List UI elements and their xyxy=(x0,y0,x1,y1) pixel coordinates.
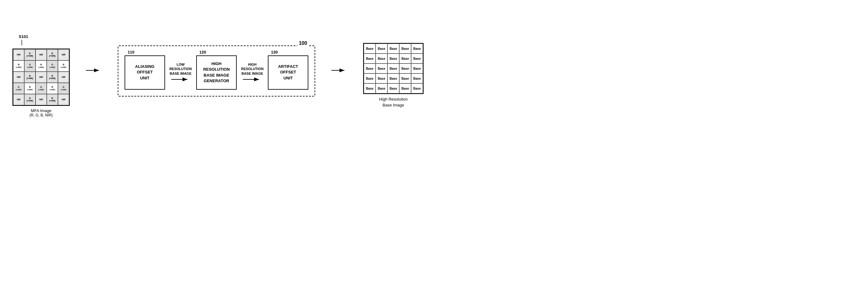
cell-nir-r5c3: NIR xyxy=(35,94,47,105)
cell-b-r5c4: B(+NIR) xyxy=(47,94,58,105)
flow-label-1: LOW RESOLUTION BASE IMAGE xyxy=(169,62,192,76)
mfa-grid: NIR B(+NIR) NIR B(+NIR) NIR R(+NIR) G(+N… xyxy=(12,48,70,106)
cell-r-r2c3: R(+NIR) xyxy=(35,60,47,72)
cell-r-r4c2: R(+NIR) xyxy=(24,83,35,94)
cell-r-r2c1: R(+NIR) xyxy=(13,60,24,72)
cell-b-r1c4: B(+NIR) xyxy=(47,49,58,60)
base-cell-r2c5: Base xyxy=(411,54,423,64)
base-caption: High Resolution Base Image xyxy=(379,97,408,108)
cell-b-r5c2: B(+NIR) xyxy=(24,94,35,105)
cell-g-r2c4: G(+NIR) xyxy=(47,60,58,72)
flow-label-2: HIGH RESOLUTION BASE IMAGE xyxy=(241,62,264,76)
s101-label: S101 xyxy=(19,34,28,39)
base-grid: Base Base Base Base Base Base Base Base … xyxy=(363,43,424,94)
base-cell-r2c2: Base xyxy=(376,54,388,64)
base-cell-r5c4: Base xyxy=(399,83,411,93)
base-section: Base Base Base Base Base Base Base Base … xyxy=(363,43,424,108)
process-box-120: HIGH RESOLUTION BASE IMAGE GENERATOR xyxy=(196,56,237,90)
base-cell-r2c3: Base xyxy=(388,54,399,64)
cell-nir-r3c3: NIR xyxy=(35,72,47,83)
process-box-130: ARTIFACT OFFSET UNIT xyxy=(268,56,308,90)
ref-110: 110 xyxy=(128,50,134,55)
base-cell-r3c5: Base xyxy=(411,64,423,73)
base-cell-r1c4: Base xyxy=(399,43,411,54)
ref-100: 100 xyxy=(298,40,308,46)
cell-g-r4c3: G(+NIR) xyxy=(35,83,47,94)
base-cell-r1c1: Base xyxy=(364,43,376,54)
arrow-box-to-base xyxy=(331,67,347,75)
cell-nir-r5c5: NIR xyxy=(58,94,69,105)
cell-b-r3c2: B(+NIR) xyxy=(24,72,35,83)
cell-nir-r1c5: NIR xyxy=(58,49,69,60)
base-cell-r1c3: Base xyxy=(388,43,399,54)
cell-nir-r1c1: NIR xyxy=(13,49,24,60)
cell-g-r4c1: G(+NIR) xyxy=(13,83,24,94)
ref-130: 130 xyxy=(271,50,278,55)
base-cell-r4c4: Base xyxy=(399,73,411,83)
base-cell-r3c1: Base xyxy=(364,64,376,73)
base-cell-r3c4: Base xyxy=(399,64,411,73)
cell-r-r2c5: R(+NIR) xyxy=(58,60,69,72)
cell-r-r4c4: R(+NIR) xyxy=(47,83,58,94)
process-box-110: ALIASING OFFSET UNIT xyxy=(125,56,165,90)
base-cell-r4c3: Base xyxy=(388,73,399,83)
base-cell-r5c5: Base xyxy=(411,83,423,93)
cell-nir-r3c1: NIR xyxy=(13,72,24,83)
cell-b-r3c4: B(+NIR) xyxy=(47,72,58,83)
base-cell-r4c1: Base xyxy=(364,73,376,83)
base-cell-r5c2: Base xyxy=(376,83,388,93)
cell-b-r1c2: B(+NIR) xyxy=(24,49,35,60)
cell-nir-r3c5: NIR xyxy=(58,72,69,83)
base-cell-r5c3: Base xyxy=(388,83,399,93)
base-cell-r3c2: Base xyxy=(376,64,388,73)
base-cell-r3c3: Base xyxy=(388,64,399,73)
dashed-box-100: 100 110 ALIASING OFFSET UNIT LOW RESOLUT… xyxy=(118,45,315,97)
base-cell-r2c4: Base xyxy=(399,54,411,64)
mfa-caption: MFA Image (R, G, B, NIR) xyxy=(30,108,53,118)
base-cell-r5c1: Base xyxy=(364,83,376,93)
flow-section-1: LOW RESOLUTION BASE IMAGE xyxy=(169,62,192,82)
arrow-mfa-to-box xyxy=(86,67,101,75)
base-cell-r1c5: Base xyxy=(411,43,423,54)
mfa-section: S101 NIR B(+NIR) NIR B(+NIR) NIR R(+NIR)… xyxy=(12,34,70,118)
flow-section-2: HIGH RESOLUTION BASE IMAGE xyxy=(241,62,264,82)
cell-nir-r5c1: NIR xyxy=(13,94,24,105)
cell-g-r4c5: G(+NIR) xyxy=(58,83,69,94)
base-cell-r4c2: Base xyxy=(376,73,388,83)
base-cell-r4c5: Base xyxy=(411,73,423,83)
base-cell-r2c1: Base xyxy=(364,54,376,64)
cell-g-r2c2: G(+NIR) xyxy=(24,60,35,72)
cell-nir-r1c3: NIR xyxy=(35,49,47,60)
ref-120: 120 xyxy=(199,50,206,55)
diagram-container: S101 NIR B(+NIR) NIR B(+NIR) NIR R(+NIR)… xyxy=(6,4,430,147)
base-cell-r1c2: Base xyxy=(376,43,388,54)
